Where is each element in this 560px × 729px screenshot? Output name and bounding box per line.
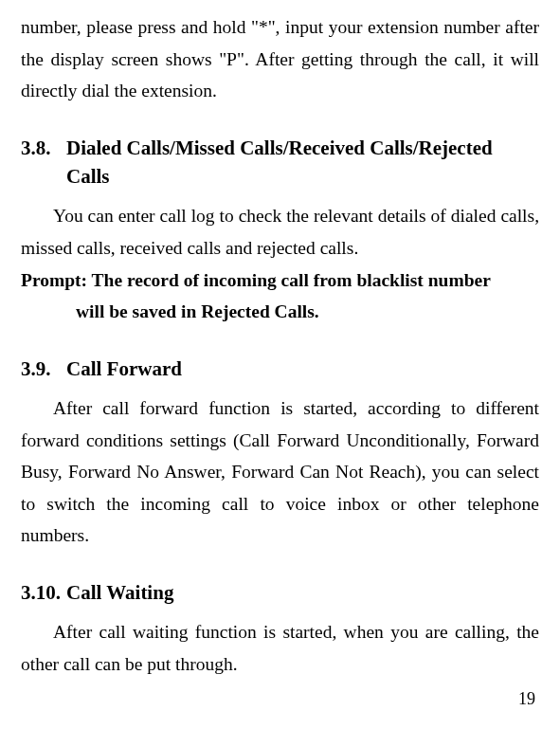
section-title: Call Forward <box>66 355 539 383</box>
prompt-line1: The record of incoming call from blackli… <box>92 270 491 290</box>
section-3-10: 3.10. Call Waiting After call waiting fu… <box>21 578 539 681</box>
continuation-paragraph: number, please press and hold "*", input… <box>21 11 539 107</box>
section-body: After call forward function is started, … <box>21 392 539 552</box>
section-title: Dialed Calls/Missed Calls/Received Calls… <box>66 134 539 191</box>
section-heading-3-10: 3.10. Call Waiting <box>21 578 539 607</box>
prompt-block: Prompt: The record of incoming call from… <box>21 264 539 328</box>
section-number: 3.9. <box>21 355 66 383</box>
section-title: Call Waiting <box>66 578 539 607</box>
page-number: 19 <box>518 684 535 714</box>
section-heading-3-9: 3.9. Call Forward <box>21 355 539 383</box>
section-number: 3.8. <box>21 134 66 191</box>
prompt-label: Prompt: <box>21 270 92 290</box>
section-body: After call waiting function is started, … <box>21 616 539 680</box>
section-3-8: 3.8. Dialed Calls/Missed Calls/Received … <box>21 134 539 328</box>
section-heading-3-8: 3.8. Dialed Calls/Missed Calls/Received … <box>21 134 539 191</box>
prompt-line2: will be saved in Rejected Calls. <box>21 296 539 328</box>
section-3-9: 3.9. Call Forward After call forward fun… <box>21 355 539 552</box>
section-number: 3.10. <box>21 578 66 607</box>
section-body: You can enter call log to check the rele… <box>21 200 539 264</box>
